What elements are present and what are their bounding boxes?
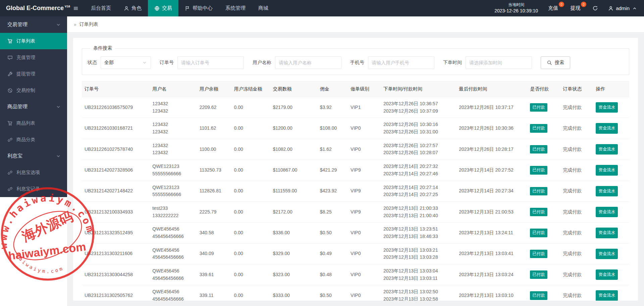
table-row: UB23122610365750791234321234322209.620.0… <box>82 97 629 118</box>
sidebar-item-lixibao-records[interactable]: 利息宝记录 <box>0 181 67 197</box>
cell-amount: $1200.00 <box>270 118 317 139</box>
sidebar-group-lixibao[interactable]: 利息宝 <box>0 148 67 164</box>
flag-icon <box>185 6 190 11</box>
cell-order-time: 2023年12月13日 13:03:212023年12月13日 13:03:28 <box>381 243 456 264</box>
nav-item-label: 角色 <box>131 5 142 11</box>
sidebar-group-trade-manage[interactable]: 交易管理 <box>0 16 67 33</box>
cell-frozen: 0.00 <box>231 285 270 301</box>
sidebar-group-goods-manage[interactable]: 商品管理 <box>0 99 67 115</box>
cell-action: 资金流水 <box>593 118 629 139</box>
cell-user: QWE456456456456456666 <box>150 223 197 243</box>
fund-flow-button[interactable]: 资金流水 <box>596 102 618 113</box>
user-name-label: 用户名称 <box>253 60 271 66</box>
refresh-icon[interactable] <box>592 5 598 11</box>
fund-flow-button[interactable]: 资金流水 <box>596 249 618 259</box>
cell-status: 完成付款 <box>560 264 593 285</box>
fund-flow-button[interactable]: 资金流水 <box>596 207 618 217</box>
nav-item-help[interactable]: 帮助中心 <box>178 0 219 16</box>
cell-level: VIP0 <box>348 139 381 160</box>
paid-badge: 已付款 <box>530 103 547 112</box>
table-header-row: 订单号用户名用户余额用户冻结金额交易数额佣金做单级别下单时间/付款时间最后付款时… <box>82 81 629 97</box>
order-time-input[interactable] <box>466 56 532 69</box>
cell-amount: $2179.00 <box>270 97 317 118</box>
nav-item-system[interactable]: 系统管理 <box>219 0 252 16</box>
main-area: » 订单列表 条件搜索 状态 全部 订单号 <box>67 16 644 306</box>
sidebar-item-label: 订单列表 <box>16 38 35 44</box>
sidebar-item-goods-list[interactable]: 商品列表 <box>0 115 67 131</box>
cell-commission: $108.00 <box>317 118 348 139</box>
cell-balance: 339.61 <box>197 264 231 285</box>
cell-level: VIP0 <box>348 285 381 301</box>
nav-item-home[interactable]: 后台首页 <box>85 0 117 16</box>
paid-badge: 已付款 <box>530 187 547 195</box>
paid-badge: 已付款 <box>530 291 547 300</box>
sidebar-item-goods-category[interactable]: 商品分类 <box>0 131 67 148</box>
cell-user: QWE456456456456456666 <box>150 264 197 285</box>
sidebar-item-label: 充值管理 <box>16 55 35 61</box>
sidebar-item-order-list[interactable]: 订单列表 <box>0 33 67 49</box>
nav-item-mall[interactable]: 商城 <box>252 0 275 16</box>
cell-balance: 112826.81 <box>197 181 231 201</box>
cell-order-time: 2023年12月14日 20:27:322023年12月14日 20:27:46 <box>381 160 456 181</box>
sidebar: 交易管理订单列表充值管理提现管理交易控制商品管理商品列表商品分类利息宝利息宝选项… <box>0 16 67 306</box>
table-row: UB2312131323512495QWE4564564564564566663… <box>82 223 629 243</box>
order-no-input[interactable] <box>177 56 244 69</box>
cell-level: VIP0 <box>348 264 381 285</box>
phone-input[interactable] <box>368 56 434 69</box>
fund-flow-button[interactable]: 资金流水 <box>596 165 618 175</box>
nav-item-label: 交易 <box>162 5 172 11</box>
app-logo[interactable]: Global E-Commerce V16 <box>0 0 67 16</box>
fund-flow-button[interactable]: 资金流水 <box>596 228 618 238</box>
cell-level: VIP9 <box>348 181 381 201</box>
menu-toggle-icon[interactable] <box>67 0 85 16</box>
cell-status: 完成付款 <box>560 118 593 139</box>
cell-frozen: 0.00 <box>231 160 270 181</box>
admin-menu[interactable]: admin <box>608 5 637 11</box>
cell-order-time: 2023年12月13日 13:02:502023年12月13日 13:02:58 <box>381 285 456 301</box>
cell-status: 完成付款 <box>560 223 593 243</box>
cell-order-no: UB2312131303044258 <box>82 264 150 285</box>
cell-amount: $2172.00 <box>270 201 317 222</box>
recharge-nav-item[interactable]: 充值 0 <box>548 5 560 11</box>
cell-order-no: UB2312131303211606 <box>82 243 150 264</box>
nav-item-roles[interactable]: 角色 <box>117 0 148 16</box>
fund-flow-button[interactable]: 资金流水 <box>596 144 618 155</box>
cell-balance: 340.58 <box>197 223 231 243</box>
nav-item-trade[interactable]: 交易 <box>148 0 178 16</box>
fund-flow-button[interactable]: 资金流水 <box>596 269 618 280</box>
sidebar-item-lixibao-options[interactable]: 利息宝选项 <box>0 164 67 181</box>
fund-flow-button[interactable]: 资金流水 <box>596 290 618 301</box>
paid-badge: 已付款 <box>530 229 547 237</box>
cell-last-pay-time: 2023年12月13日 21:00:53 <box>456 201 527 222</box>
cell-user: 123432123432 <box>150 97 197 118</box>
search-button[interactable]: 搜索 <box>541 56 570 69</box>
cell-commission: $0.49 <box>317 243 348 264</box>
cell-commission: $421.29 <box>317 160 348 181</box>
withdraw-nav-label: 提现 <box>570 5 580 11</box>
cell-user: QWE12312355555566666 <box>150 160 197 181</box>
cell-balance: 1100.00 <box>197 139 231 160</box>
order-no-label: 订单号 <box>160 60 174 66</box>
status-label: 状态 <box>88 60 97 66</box>
column-header: 交易数额 <box>270 81 317 97</box>
cell-commission: $0.50 <box>317 223 348 243</box>
cell-amount: $111559.00 <box>270 181 317 201</box>
withdraw-nav-item[interactable]: 提现 0 <box>570 5 582 11</box>
sidebar-item-trade-control[interactable]: 交易控制 <box>0 82 67 99</box>
sidebar-item-recharge-manage[interactable]: 充值管理 <box>0 49 67 66</box>
cell-action: 资金流水 <box>593 285 629 301</box>
cell-last-pay-time: 2023年12月14日 20:27:34 <box>456 181 527 201</box>
admin-username: admin <box>616 5 630 11</box>
fund-flow-button[interactable]: 资金流水 <box>596 123 618 133</box>
fund-flow-button[interactable]: 资金流水 <box>596 186 618 196</box>
status-select[interactable]: 全部 <box>101 56 151 69</box>
column-header: 用户余额 <box>197 81 231 97</box>
cell-balance: 113250.73 <box>197 160 231 181</box>
sidebar-item-withdraw-manage[interactable]: 提现管理 <box>0 66 67 82</box>
user-name-input[interactable] <box>275 56 341 69</box>
sidebar-item-label: 利息宝选项 <box>16 170 40 176</box>
cell-action: 资金流水 <box>593 139 629 160</box>
column-header: 操作 <box>593 81 629 97</box>
app-logo-version: V16 <box>65 5 70 8</box>
paid-badge: 已付款 <box>530 250 547 258</box>
